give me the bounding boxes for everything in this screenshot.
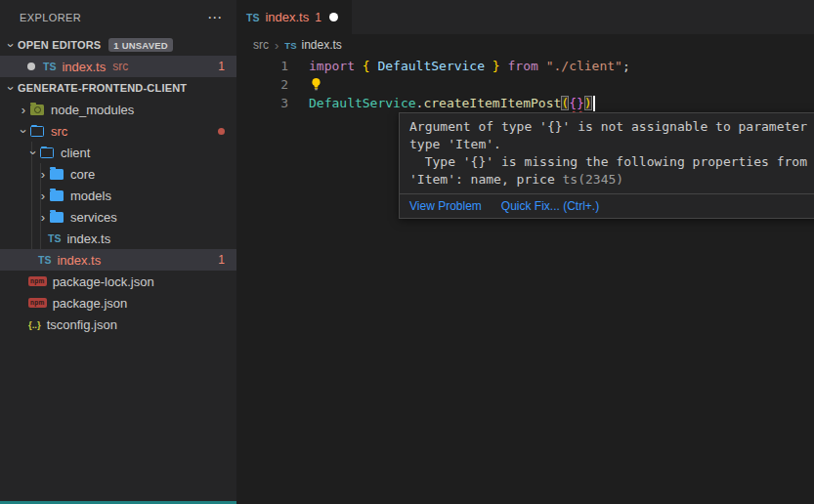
line-number: 3: [236, 96, 288, 110]
chevron-down-icon[interactable]: ›: [5, 81, 18, 95]
tree-item-package-lock[interactable]: npm package-lock.json: [0, 271, 236, 292]
explorer-title: EXPLORER: [20, 12, 81, 23]
explorer-sidebar: EXPLORER ⋯ › OPEN EDITORS 1 UNSAVED TS i…: [0, 0, 236, 504]
hover-actions: View Problem Quick Fix... (Ctrl+.): [400, 194, 814, 218]
node-modules-folder-icon: [30, 105, 44, 115]
tree-item-client[interactable]: › client: [0, 142, 236, 163]
open-editors-section-header[interactable]: › OPEN EDITORS 1 UNSAVED: [0, 34, 236, 56]
code-line-3: 3 DefaultService.createItemItemPost({}): [236, 94, 814, 112]
unsaved-badge: 1 UNSAVED: [108, 38, 172, 52]
error-dot-badge: [218, 128, 225, 135]
tree-item-label: tsconfig.json: [47, 317, 117, 332]
breadcrumb-folder[interactable]: src: [253, 38, 269, 52]
folder-icon: [50, 190, 64, 201]
tree-item-label: src: [51, 124, 67, 139]
tab-bar: TS index.ts 1: [236, 0, 814, 34]
json-file-icon: {..}: [28, 319, 41, 330]
tree-item-package-json[interactable]: npm package.json: [0, 292, 236, 314]
error-count-badge: 1: [218, 253, 225, 267]
tree-item-services[interactable]: › services: [0, 206, 236, 228]
tree-item-label: index.ts: [57, 253, 101, 268]
quick-fix-link[interactable]: Quick Fix... (Ctrl+.): [501, 199, 599, 213]
tab-error-badge: 1: [315, 11, 321, 24]
modified-dot-icon[interactable]: [27, 63, 35, 70]
tab-indexts[interactable]: TS index.ts 1: [236, 0, 352, 34]
open-editors-label: OPEN EDITORS: [18, 39, 101, 51]
tree-item-label: package.json: [53, 296, 128, 311]
view-problem-link[interactable]: View Problem: [409, 199, 482, 213]
chevron-down-icon[interactable]: ›: [27, 146, 40, 159]
error-message-line: Argument of type '{}' is not assignable …: [409, 118, 814, 136]
tree-item-tsconfig[interactable]: {..} tsconfig.json: [0, 314, 236, 335]
tree-item-node-modules[interactable]: › node_modules: [0, 99, 236, 120]
open-folder-icon: [40, 147, 54, 158]
npm-file-icon: npm: [28, 276, 47, 287]
unsaved-dot-icon[interactable]: [329, 13, 338, 21]
tree-item-src[interactable]: › src: [0, 120, 236, 142]
tree-item-src-indexts[interactable]: TS index.ts 1: [0, 249, 236, 271]
folder-icon: [50, 169, 64, 180]
lightbulb-icon[interactable]: [309, 77, 323, 92]
open-editor-filename: index.ts: [62, 60, 106, 74]
code-editor[interactable]: 1 import { DefaultService } from "./clie…: [236, 56, 814, 112]
tab-label: index.ts: [265, 10, 309, 24]
typescript-file-icon: TS: [284, 40, 296, 51]
code-tokens: DefaultService.createItemItemPost({}): [309, 96, 592, 110]
breadcrumb-file[interactable]: index.ts: [301, 38, 341, 52]
project-section-header[interactable]: › GENERATE-FRONTEND-CLIENT: [0, 77, 236, 99]
npm-file-icon: npm: [28, 298, 47, 309]
tree-item-client-indexts[interactable]: TS index.ts: [0, 228, 236, 249]
chevron-down-icon[interactable]: ›: [18, 124, 30, 138]
tree-item-core[interactable]: › core: [0, 163, 236, 185]
vscode-window: EXPLORER ⋯ › OPEN EDITORS 1 UNSAVED TS i…: [0, 0, 814, 504]
error-message-line: type 'Item'.: [409, 136, 814, 153]
tree-item-label: models: [70, 189, 111, 203]
chevron-down-icon[interactable]: ›: [5, 38, 18, 52]
chevron-right-icon[interactable]: ›: [36, 189, 50, 202]
code-content: DefaultService.createItemItemPost({}): [309, 96, 595, 111]
code-content: import { DefaultService } from "./client…: [309, 59, 630, 73]
code-line-2: 2: [236, 75, 814, 94]
line-number: 2: [236, 77, 288, 92]
code-content: [309, 77, 323, 92]
error-message: Argument of type '{}' is not assignable …: [400, 113, 814, 193]
project-name-label: GENERATE-FRONTEND-CLIENT: [18, 82, 187, 94]
error-message-line: Type '{}' is missing the following prope…: [409, 153, 814, 171]
typescript-file-icon: TS: [38, 254, 51, 266]
explorer-header: EXPLORER ⋯: [0, 0, 236, 34]
breadcrumb-separator-icon: ›: [275, 38, 278, 53]
typescript-file-icon: TS: [48, 232, 61, 244]
line-number: 1: [236, 59, 288, 73]
chevron-right-icon[interactable]: ›: [36, 168, 50, 181]
tree-item-label: services: [70, 210, 117, 225]
error-count-badge: 1: [218, 60, 225, 73]
tree-item-label: core: [70, 167, 95, 182]
tree-item-models[interactable]: › models: [0, 185, 236, 206]
code-line-1: 1 import { DefaultService } from "./clie…: [236, 57, 814, 75]
open-editor-item-indexts[interactable]: TS index.ts src 1: [0, 56, 236, 77]
editor-area: TS index.ts 1 src › TS index.ts 1 import…: [236, 0, 814, 504]
typescript-file-icon: TS: [43, 61, 56, 72]
tree-item-label: node_modules: [51, 103, 134, 117]
tree-item-label: index.ts: [66, 231, 110, 246]
folder-icon: [50, 212, 64, 223]
open-folder-icon: [30, 126, 44, 137]
chevron-right-icon[interactable]: ›: [36, 211, 50, 224]
error-message-text: 'Item': name, price: [409, 172, 563, 187]
error-code: ts(2345): [563, 172, 624, 187]
more-actions-icon[interactable]: ⋯: [207, 9, 223, 26]
error-message-line: 'Item': name, price ts(2345): [409, 171, 814, 189]
chevron-right-icon[interactable]: ›: [17, 104, 30, 116]
open-editor-description: src: [112, 60, 128, 73]
tree-item-label: package-lock.json: [53, 274, 154, 289]
text-cursor: [593, 96, 595, 111]
tree-item-label: client: [61, 146, 90, 160]
error-hover-widget: Argument of type '{}' is not assignable …: [399, 112, 814, 219]
breadcrumb: src › TS index.ts: [236, 34, 814, 56]
typescript-file-icon: TS: [246, 12, 259, 23]
